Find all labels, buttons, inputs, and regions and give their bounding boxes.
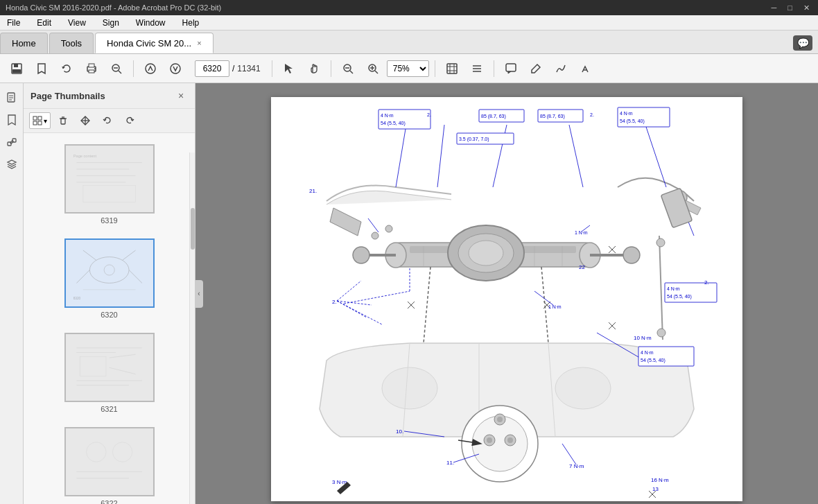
tab-document[interactable]: Honda Civic SM 20... ×: [95, 33, 214, 53]
svg-text:54 (5.5, 40): 54 (5.5, 40): [641, 358, 665, 363]
svg-rect-37: [33, 116, 37, 120]
page-number-input[interactable]: [195, 60, 229, 77]
prev-page-button[interactable]: [139, 58, 162, 80]
svg-text:1 N·m: 1 N·m: [575, 230, 588, 235]
menu-help[interactable]: Help: [178, 17, 204, 29]
svg-text:85 (8.7, 63): 85 (8.7, 63): [481, 114, 506, 119]
next-page-icon: [169, 62, 182, 75]
svg-text:10 N·m: 10 N·m: [634, 335, 652, 341]
svg-text:54 (5.5, 40): 54 (5.5, 40): [667, 294, 692, 299]
svg-text:4 N·m: 4 N·m: [381, 113, 394, 118]
thumbnail-label-6320: 6320: [101, 311, 117, 319]
maximize-btn[interactable]: □: [785, 3, 795, 12]
svg-point-92: [382, 367, 437, 409]
svg-text:2.: 2.: [704, 279, 709, 286]
svg-line-62: [109, 354, 135, 358]
zoom-in-button[interactable]: [362, 58, 384, 80]
minimize-btn[interactable]: ─: [769, 3, 780, 12]
save-button[interactable]: [6, 58, 28, 80]
highlight-icon: [530, 62, 542, 75]
tab-bar: Home Tools Honda Civic SM 20... × 💬: [0, 31, 818, 54]
svg-rect-20: [447, 64, 457, 73]
svg-text:4 N·m: 4 N·m: [667, 286, 680, 291]
sidebar-icon-layers[interactable]: [3, 155, 21, 173]
pointer-icon: [283, 62, 295, 75]
svg-rect-4: [89, 64, 94, 67]
tab-tools[interactable]: Tools: [49, 33, 94, 53]
svg-line-17: [375, 71, 378, 73]
thumb-drawing-6321: [70, 338, 148, 397]
page-navigation: / 11341: [195, 60, 261, 77]
zoom-select[interactable]: 50% 75% 100% 125% 150% 200%: [387, 60, 429, 77]
page-separator: /: [232, 64, 234, 73]
svg-rect-28: [506, 64, 516, 71]
print-button[interactable]: [80, 58, 103, 80]
sidebar-icon-bookmarks[interactable]: [3, 111, 21, 129]
grid-icon: [33, 116, 42, 125]
menu-file[interactable]: File: [3, 17, 24, 29]
svg-rect-40: [38, 121, 42, 125]
thumbnail-6319[interactable]: Page content 6319: [24, 139, 195, 230]
svg-text:11.: 11.: [446, 460, 454, 466]
svg-text:2.: 2.: [427, 112, 431, 117]
collapse-panel-button[interactable]: ‹: [195, 280, 203, 308]
pointer-tool-button[interactable]: [278, 58, 300, 80]
menu-view[interactable]: View: [64, 17, 90, 29]
svg-rect-5: [89, 70, 94, 73]
fit-page-button[interactable]: [441, 58, 463, 80]
thumbnail-scrollbar[interactable]: [189, 153, 195, 504]
panel-delete-button[interactable]: [53, 112, 73, 130]
thumbnail-6321[interactable]: 6321: [24, 327, 195, 419]
panel-grid-dropdown[interactable]: ▾: [29, 112, 51, 129]
sign-button[interactable]: [550, 58, 572, 80]
thumbnail-6322[interactable]: 6322: [24, 422, 195, 504]
panel-close-button[interactable]: ×: [174, 89, 188, 103]
scroll-mode-button[interactable]: [466, 58, 488, 80]
svg-line-54: [83, 250, 96, 260]
svg-text:16 N·m: 16 N·m: [651, 477, 669, 483]
panel-move-button[interactable]: [76, 112, 95, 130]
more-tools-icon: [580, 62, 592, 75]
svg-text:54 (5.5, 40): 54 (5.5, 40): [381, 121, 406, 126]
layers-icon: [6, 159, 17, 170]
next-page-button[interactable]: [164, 58, 186, 80]
svg-point-106: [385, 225, 392, 232]
menu-window[interactable]: Window: [132, 17, 170, 29]
thumbnails-container[interactable]: Page content 6319: [24, 133, 195, 504]
tab-home[interactable]: Home: [0, 33, 48, 53]
panel-redo-button[interactable]: [120, 112, 139, 130]
tab-close-btn[interactable]: ×: [197, 39, 201, 47]
bookmark-icon: [35, 62, 48, 75]
thumbnail-label-6321: 6321: [101, 405, 117, 413]
svg-point-51: [89, 257, 129, 283]
svg-point-99: [487, 437, 492, 443]
highlight-button[interactable]: [525, 58, 547, 80]
zoom-out-button[interactable]: [337, 58, 359, 80]
svg-text:21.: 21.: [309, 188, 317, 194]
undo-icon: [60, 62, 73, 75]
sidebar-icon-links[interactable]: [3, 133, 21, 151]
menu-edit[interactable]: Edit: [33, 17, 55, 29]
svg-point-101: [507, 437, 513, 443]
thumbnail-6320[interactable]: 6320 6320: [24, 233, 195, 324]
pages-icon: [6, 92, 17, 103]
sidebar-icon-pages[interactable]: [3, 89, 21, 107]
svg-marker-12: [285, 64, 293, 73]
panel-title: Page Thumbnails: [31, 91, 105, 101]
reduce-view-button[interactable]: [105, 58, 128, 80]
comment-button[interactable]: [500, 58, 522, 80]
toolbar-sep-4: [435, 60, 435, 77]
pdf-area[interactable]: 4 N·m 54 (5.5, 40) 2. 85 (8.7, 63) 85 (8…: [195, 83, 818, 504]
chat-button[interactable]: 💬: [793, 35, 812, 51]
menu-sign[interactable]: Sign: [98, 17, 123, 29]
thumbnail-label-6322: 6322: [101, 499, 117, 504]
panel-undo-button[interactable]: [98, 112, 117, 130]
close-btn[interactable]: ✕: [801, 3, 812, 12]
toolbar-sep-5: [494, 60, 494, 77]
undo-button[interactable]: [55, 58, 78, 80]
hand-tool-button[interactable]: [303, 58, 325, 80]
bookmark-button[interactable]: [31, 58, 53, 80]
more-tools-button[interactable]: [575, 58, 597, 80]
svg-point-6: [94, 68, 96, 69]
svg-point-67: [112, 442, 132, 462]
